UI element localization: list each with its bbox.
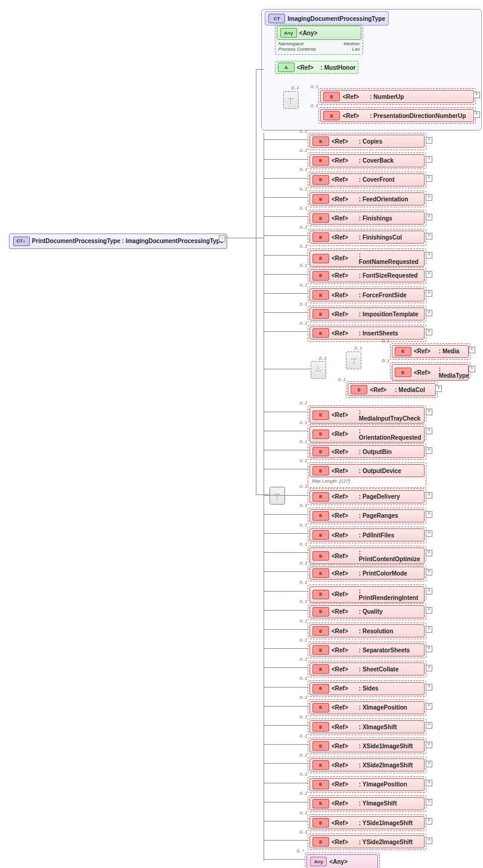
element-ref[interactable]: E<Ref>: FinishingsCol [309,231,425,244]
element-ref[interactable]: E<Ref>: Finishings [309,211,425,225]
element-ref[interactable]: E<Ref>: CoverBack [309,154,425,167]
element-ref[interactable]: E<Ref>: PrintColorMode [309,567,425,580]
expand-icon[interactable]: + [426,447,432,454]
expand-icon[interactable]: + [426,761,432,767]
expand-icon[interactable]: + [426,329,432,335]
element-ref[interactable]: E<Ref>: SeparatorSheets [309,643,425,657]
element-ref[interactable]: E<Ref>: PdlInitFiles [309,528,425,542]
root-type[interactable]: CT⬩PrintDocumentProcessingType : Imaging… [9,234,228,249]
element-ref[interactable]: E<Ref>: NumberUp [320,90,474,103]
expand-icon[interactable]: + [426,175,432,182]
expand-icon[interactable]: + [426,290,432,297]
attribute-badge: A [278,63,295,72]
element-badge: E [312,645,329,655]
expand-icon[interactable]: + [426,492,432,499]
element-ref[interactable]: E<Ref>: OutputDevice [309,464,425,477]
expand-icon[interactable]: + [426,607,432,614]
expand-icon[interactable]: + [426,780,432,786]
element-ref[interactable]: E<Ref>: YImageShift [309,797,425,810]
connector-line [264,469,308,469]
expand-icon[interactable]: + [426,511,432,518]
element-ref[interactable]: E<Ref>: XSide1ImageShift [309,739,425,752]
element-ref[interactable]: E<Ref>: XSide2ImageShift [309,758,425,771]
element-ref[interactable]: E<Ref>: FontSizeRequested [309,269,425,282]
expand-icon[interactable]: + [426,310,432,316]
expand-icon[interactable]: + [426,233,432,239]
element-ref[interactable]: E<Ref>: MediaType [392,364,469,381]
sequence-compositor[interactable]: ⋯⋮ [346,351,361,369]
connector-line [264,667,308,668]
element-ref[interactable]: E<Ref>: InsertSheets [309,326,425,340]
element-badge: E [312,492,329,502]
collapse-icon[interactable]: − [219,235,225,242]
expand-icon[interactable]: + [435,385,442,392]
expand-icon[interactable]: + [426,550,432,556]
expand-icon[interactable]: + [426,799,432,805]
any-wildcard[interactable]: Any<Any> [306,854,378,868]
expand-icon[interactable]: + [473,111,480,118]
expand-icon[interactable]: + [426,818,432,825]
element-ref[interactable]: E<Ref>: FontNameRequested [309,250,425,267]
element-ref[interactable]: E<Ref>: PageRanges [309,509,425,522]
expand-icon[interactable]: + [426,252,432,259]
expand-icon[interactable]: + [426,626,432,633]
element-ref[interactable]: E<Ref>: PresentationDirectionNumberUp [320,109,474,122]
sequence-compositor[interactable]: ⋯⋮ [270,487,285,505]
element-badge: E [312,530,329,540]
element-ref[interactable]: E<Ref>: MediaInputTrayCheck [309,407,425,424]
expand-icon[interactable]: + [426,194,432,201]
cardinality-label: 0..1 [299,676,307,681]
element-ref[interactable]: E<Ref>: OrientationRequested [309,426,425,443]
element-ref[interactable]: E<Ref>: ImpositionTemplate [309,307,425,321]
expand-icon[interactable]: + [426,838,432,844]
cardinality-label: 0..1 [299,206,307,211]
expand-icon[interactable]: + [426,684,432,690]
expand-icon[interactable]: + [426,665,432,671]
choice-compositor[interactable]: ⋮⋯ [311,361,326,379]
expand-icon[interactable]: + [469,366,475,372]
expand-icon[interactable]: + [426,530,432,537]
element-ref[interactable]: E<Ref>: YImagePosition [309,778,425,791]
expand-icon[interactable]: + [426,156,432,163]
element-ref[interactable]: E<Ref>: SheetCollate [309,662,425,676]
element-ref[interactable]: E<Ref>: MediaCol [348,383,435,396]
expand-icon[interactable]: + [426,271,432,278]
any-wildcard[interactable]: Any<Any> [277,26,362,40]
element-ref[interactable]: E<Ref>: CoverFront [309,173,425,186]
element-ref-wrap: E<Ref>: SeparatorSheets [308,642,426,658]
element-ref[interactable]: E<Ref>: Sides [309,682,425,695]
expand-icon[interactable]: + [426,722,432,729]
expand-icon[interactable]: + [426,588,432,595]
element-ref[interactable]: E<Ref>: FeedOrientation [309,192,425,206]
element-ref[interactable]: E<Ref>: Quality [309,605,425,618]
attribute-musthonor[interactable]: A<Ref>: MustHonor [275,61,359,74]
expand-icon[interactable]: + [426,137,432,144]
element-ref[interactable]: E<Ref>: PageDelivery [309,490,425,503]
expand-icon[interactable]: + [426,409,432,415]
cardinality-label: 0..1 [382,338,389,344]
expand-icon[interactable]: + [469,347,475,353]
element-ref[interactable]: E<Ref>: XImagePosition [309,701,425,714]
expand-icon[interactable]: + [426,569,432,575]
expand-icon[interactable]: + [426,428,432,434]
element-ref[interactable]: E<Ref>: Media [392,345,469,358]
element-ref[interactable]: E<Ref>: Resolution [309,624,425,637]
element-ref[interactable]: E<Ref>: YSide1ImageShift [309,816,425,829]
expand-icon[interactable]: + [426,703,432,710]
element-ref[interactable]: E<Ref>: XImageShift [309,720,425,733]
cardinality-label: 0..1 [299,561,307,566]
element-ref[interactable]: E<Ref>: PrintRenderingIntent [309,586,425,603]
expand-icon[interactable]: + [426,214,432,220]
connector-line [264,802,308,802]
expand-icon[interactable]: + [473,92,480,98]
element-ref[interactable]: E<Ref>: ForceFrontSide [309,288,425,301]
sequence-compositor[interactable]: ⋯⋮ [283,91,299,109]
element-ref[interactable]: E<Ref>: Copies [309,135,425,148]
element-ref[interactable]: E<Ref>: PrintContentOptimize [309,547,425,564]
element-ref[interactable]: E<Ref>: OutputBin [309,445,425,458]
connector-line [264,706,308,707]
element-ref[interactable]: E<Ref>: YSide2ImageShift [309,835,425,848]
expand-icon[interactable]: + [426,646,432,652]
element-badge: E [312,837,329,847]
expand-icon[interactable]: + [426,742,432,748]
